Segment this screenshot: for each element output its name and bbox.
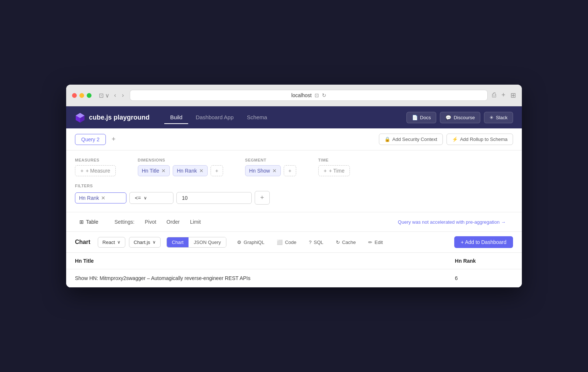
cell-hn-rank: 6 bbox=[446, 269, 522, 287]
chart-tab-chart[interactable]: Chart bbox=[167, 237, 189, 247]
dimensions-section: DIMENSIONS Hn Title ✕ Hn Rank ✕ + bbox=[138, 158, 223, 176]
table-row: Show HN: Mitmproxy2swagger – Automagical… bbox=[66, 269, 522, 287]
chevron-down-icon: ∨ bbox=[144, 195, 147, 201]
filter-items: Hn Rank ✕ <= ∨ + bbox=[75, 191, 513, 205]
filters-row: FILTERS Hn Rank ✕ <= ∨ + bbox=[75, 184, 513, 205]
nav-tab-schema[interactable]: Schema bbox=[241, 111, 273, 124]
minimize-button[interactable] bbox=[79, 93, 84, 98]
code-icon: ⬜ bbox=[277, 240, 283, 245]
chart-tab-json[interactable]: JSON Query bbox=[189, 237, 226, 247]
query-row-main: MEASURES + + Measure DIMENSIONS Hn Title bbox=[75, 158, 513, 176]
dimension-tag-hn-title: Hn Title ✕ bbox=[138, 165, 170, 176]
add-dimension-button[interactable]: + bbox=[211, 165, 223, 176]
nav-tab-dashboard[interactable]: Dashboard App bbox=[190, 111, 239, 124]
chart-action-tabs: ⚙ GraphiQL ⬜ Code ? SQL ↻ Cache ✏ Edit bbox=[232, 237, 388, 248]
grid-icon[interactable]: ⊞ bbox=[510, 91, 516, 99]
cast-icon: ⊡ bbox=[315, 92, 319, 98]
segment-label: SEGMENT bbox=[245, 158, 296, 162]
library-chevron-icon: ∨ bbox=[153, 240, 156, 245]
app-header: cube.js playground Build Dashboard App S… bbox=[66, 106, 522, 128]
chart-secondary-bar: Chart React ∨ Chart.js ∨ Chart JSON Quer… bbox=[66, 232, 522, 253]
remove-hn-title-button[interactable]: ✕ bbox=[161, 168, 166, 173]
framework-dropdown[interactable]: React ∨ bbox=[98, 237, 125, 248]
data-table-container: Hn Title Hn Rank Show HN: Mitmproxy2swag… bbox=[66, 253, 522, 287]
filter-tag-hn-rank: Hn Rank ✕ bbox=[75, 192, 126, 203]
browser-window: ⊡ ∨ ‹ › localhost ⊡ ↻ ⎙ + ⊞ c bbox=[66, 85, 522, 287]
add-time-button[interactable]: + + Time bbox=[318, 165, 350, 176]
query-tab-2[interactable]: Query 2 bbox=[75, 134, 106, 145]
remove-filter-button[interactable]: ✕ bbox=[101, 195, 105, 201]
add-segment-button[interactable]: + bbox=[284, 165, 296, 176]
forward-button[interactable]: › bbox=[121, 91, 125, 99]
query-actions: 🔒 Add Security Context ⚡ Add Rollup to S… bbox=[379, 134, 513, 145]
view-tabs-bar: ⊞ Table Settings: Pivot Order Limit Quer… bbox=[66, 212, 522, 232]
cell-hn-title: Show HN: Mitmproxy2swagger – Automagical… bbox=[66, 269, 446, 287]
docs-button[interactable]: 📄 Docs bbox=[406, 112, 437, 123]
query-builder: MEASURES + + Measure DIMENSIONS Hn Title bbox=[66, 150, 522, 212]
cache-tab[interactable]: ↻ Cache bbox=[330, 237, 362, 248]
sql-tab[interactable]: ? SQL bbox=[303, 237, 329, 248]
add-to-dashboard-button[interactable]: + Add to Dashboard bbox=[454, 236, 513, 248]
time-label: TIME bbox=[318, 158, 350, 162]
dimensions-items: Hn Title ✕ Hn Rank ✕ + bbox=[138, 165, 223, 176]
measures-items: + + Measure bbox=[75, 165, 116, 176]
view-tabs: ⊞ Table bbox=[75, 217, 103, 227]
filter-value-input[interactable] bbox=[176, 192, 252, 204]
edit-tab[interactable]: ✏ Edit bbox=[363, 237, 388, 248]
filters-label: FILTERS bbox=[75, 184, 513, 188]
add-query-button[interactable]: + bbox=[109, 134, 119, 145]
table-body: Show HN: Mitmproxy2swagger – Automagical… bbox=[66, 269, 522, 287]
pre-aggregation-link[interactable]: Query was not accelerated with pre-aggre… bbox=[398, 219, 506, 225]
add-filter-button[interactable]: + bbox=[255, 191, 270, 205]
maximize-button[interactable] bbox=[87, 93, 92, 98]
dimension-tag-hn-rank: Hn Rank ✕ bbox=[173, 165, 207, 176]
share-icon[interactable]: ⎙ bbox=[492, 91, 496, 99]
library-dropdown[interactable]: Chart.js ∨ bbox=[129, 237, 161, 248]
back-button[interactable]: ‹ bbox=[112, 91, 117, 99]
edit-icon: ✏ bbox=[368, 240, 372, 245]
segment-tag-hn-show: Hn Show ✕ bbox=[245, 165, 281, 176]
sql-icon: ? bbox=[309, 240, 311, 245]
filter-operator-dropdown[interactable]: <= ∨ bbox=[129, 192, 173, 204]
column-header-hn-title: Hn Title bbox=[66, 253, 446, 269]
discourse-icon: 💬 bbox=[445, 115, 451, 120]
browser-controls: ⊡ ∨ ‹ › bbox=[99, 91, 125, 99]
query-tabs: Query 2 + bbox=[75, 134, 118, 145]
remove-hn-rank-button[interactable]: ✕ bbox=[199, 168, 204, 173]
slack-button[interactable]: ✳ Slack bbox=[484, 112, 513, 123]
graphiql-tab[interactable]: ⚙ GraphiQL bbox=[232, 237, 270, 248]
refresh-icon: ↻ bbox=[322, 92, 326, 98]
logo-text: cube.js playground bbox=[89, 114, 150, 121]
nav-tab-build[interactable]: Build bbox=[164, 111, 188, 124]
address-bar[interactable]: localhost ⊡ ↻ bbox=[130, 90, 488, 101]
time-items: + + Time bbox=[318, 165, 350, 176]
docs-icon: 📄 bbox=[412, 115, 418, 120]
discourse-button[interactable]: 💬 Discourse bbox=[440, 112, 480, 123]
address-text: localhost bbox=[291, 92, 312, 98]
close-button[interactable] bbox=[72, 93, 77, 98]
query-bar: Query 2 + 🔒 Add Security Context ⚡ Add R… bbox=[66, 128, 522, 150]
browser-right-controls: ⎙ + ⊞ bbox=[492, 91, 516, 99]
pivot-tab[interactable]: Pivot bbox=[140, 217, 161, 227]
logo-area: cube.js playground bbox=[75, 112, 150, 123]
code-tab[interactable]: ⬜ Code bbox=[271, 237, 302, 248]
new-tab-icon[interactable]: + bbox=[501, 91, 505, 99]
plus-icon: + bbox=[80, 168, 83, 174]
add-measure-button[interactable]: + + Measure bbox=[75, 165, 116, 176]
table-view-tab[interactable]: ⊞ Table bbox=[75, 217, 103, 227]
order-tab[interactable]: Order bbox=[162, 217, 184, 227]
lock-icon: 🔒 bbox=[384, 137, 390, 142]
main-content: Query 2 + 🔒 Add Security Context ⚡ Add R… bbox=[66, 128, 522, 287]
measures-label: MEASURES bbox=[75, 158, 116, 162]
remove-hn-show-button[interactable]: ✕ bbox=[272, 168, 277, 173]
settings-tab[interactable]: Settings: bbox=[110, 217, 139, 227]
time-section: TIME + + Time bbox=[318, 158, 350, 176]
add-rollup-button[interactable]: ⚡ Add Rollup to Schema bbox=[447, 134, 513, 145]
cache-icon: ↻ bbox=[336, 240, 340, 245]
table-icon: ⊞ bbox=[79, 219, 84, 225]
chart-view-tabs: Chart JSON Query bbox=[166, 237, 226, 248]
settings-tabs: Settings: Pivot Order Limit bbox=[110, 217, 205, 227]
add-security-context-button[interactable]: 🔒 Add Security Context bbox=[379, 134, 443, 145]
address-icons: ⊡ ↻ bbox=[315, 92, 326, 98]
limit-tab[interactable]: Limit bbox=[186, 217, 205, 227]
